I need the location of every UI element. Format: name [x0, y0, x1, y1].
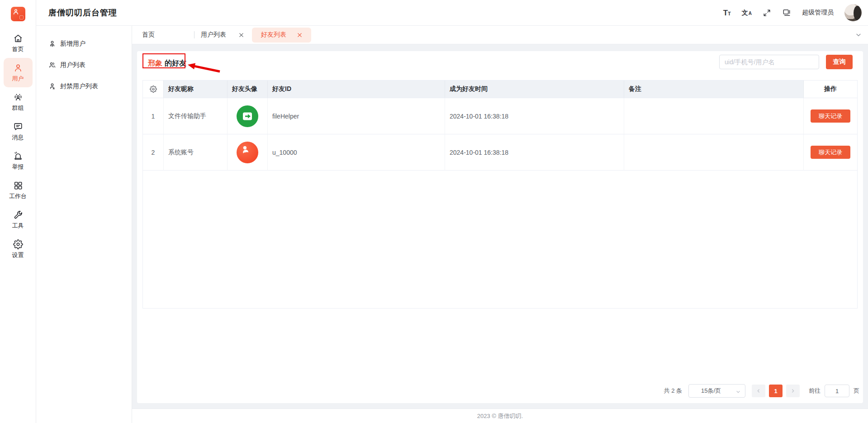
friend-id: u_10000	[268, 134, 445, 171]
layout-icon[interactable]	[782, 8, 791, 17]
search-button[interactable]: 查询	[826, 55, 853, 69]
chat-history-button[interactable]: 聊天记录	[811, 146, 850, 159]
column-header: 好友ID	[268, 81, 445, 98]
rail-item-label: 消息	[12, 133, 24, 142]
rail-item-label: 工具	[12, 222, 24, 230]
page-title: 邢象的好友	[148, 59, 186, 68]
submenu-item-label: 用户列表	[60, 61, 85, 69]
tab-home[interactable]: 首页	[142, 31, 194, 39]
rail-item-label: 首页	[12, 45, 24, 53]
friend-since-time: 2024-10-01 16:38:18	[445, 98, 624, 134]
goto-page-input[interactable]	[825, 385, 849, 397]
column-header: 备注	[624, 81, 804, 98]
submenu-item-label: 封禁用户列表	[60, 82, 98, 90]
next-page-button[interactable]	[786, 385, 800, 397]
icon-rail: 首页 用户 群组 消息 举报	[0, 0, 36, 423]
home-icon	[13, 33, 23, 43]
footer: 2023 © 唐僧叨叨.	[132, 409, 868, 423]
rail-item-tools[interactable]: 工具	[4, 205, 33, 234]
friend-list-card: 邢象的好友 查询	[137, 51, 863, 403]
user-add-icon	[48, 40, 56, 48]
submenu-item-label: 新增用户	[60, 40, 85, 48]
rail-item-home[interactable]: 首页	[4, 29, 33, 58]
rail-item-label: 用户	[12, 75, 24, 83]
column-header: 好友头像	[228, 81, 268, 98]
column-header: 成为好友时间	[445, 81, 624, 98]
friend-since-time: 2024-10-01 16:38:18	[445, 134, 624, 171]
friend-id: fileHelper	[268, 98, 445, 134]
close-icon[interactable]	[297, 33, 302, 38]
rail-item-user[interactable]: 用户	[4, 58, 33, 87]
group-icon	[13, 92, 23, 102]
message-icon	[13, 122, 23, 132]
rail-item-workbench[interactable]: 工作台	[4, 176, 33, 205]
friends-table: 好友昵称 好友头像 好友ID 成为好友时间 备注 操作 1 文件传输助手	[142, 80, 858, 309]
pagination: 共 2 条 15条/页 1	[664, 384, 859, 398]
submenu-item-add-user[interactable]: 新增用户	[36, 33, 132, 54]
column-settings-cell	[143, 81, 164, 98]
user-list-icon	[48, 61, 56, 69]
page-size-select[interactable]: 15条/页	[688, 384, 745, 398]
page-unit-label: 页	[854, 387, 859, 395]
total-count: 共 2 条	[664, 387, 682, 395]
rail-item-label: 群组	[12, 104, 24, 112]
submenu-item-banned-user-list[interactable]: 封禁用户列表	[36, 76, 132, 97]
search-input[interactable]	[719, 55, 819, 69]
topbar: 唐僧叨叨后台管理 TT 文A 超级管理员	[36, 0, 868, 26]
tab-user-list[interactable]: 用户列表	[201, 31, 244, 39]
language-icon[interactable]: 文A	[742, 10, 752, 16]
column-header: 操作	[804, 81, 857, 98]
tab-divider	[194, 31, 194, 38]
chevron-down-icon	[735, 389, 741, 394]
user-avatar[interactable]	[844, 4, 862, 21]
chat-history-button[interactable]: 聊天记录	[811, 109, 850, 123]
file-helper-avatar	[237, 105, 258, 127]
column-header: 好友昵称	[164, 81, 228, 98]
rail-item-label: 举报	[12, 163, 24, 171]
rail-item-label: 工作台	[9, 192, 27, 200]
current-user-name[interactable]: 超级管理员	[802, 9, 834, 17]
friend-nickname: 文件传输助手	[164, 98, 228, 134]
tabbar: 首页 用户列表 好友列表	[132, 26, 868, 44]
rail-item-settings[interactable]: 设置	[4, 234, 33, 264]
rail-item-label: 设置	[12, 251, 24, 259]
app-logo-icon	[11, 7, 25, 21]
font-size-icon[interactable]: TT	[723, 9, 731, 17]
prev-page-button[interactable]	[752, 385, 765, 397]
chevron-left-icon	[756, 388, 761, 394]
user-ban-icon	[48, 82, 56, 90]
system-account-avatar	[237, 142, 258, 163]
rail-item-group[interactable]: 群组	[4, 87, 33, 117]
tab-friend-list[interactable]: 好友列表	[252, 28, 311, 43]
rail-item-report[interactable]: 举报	[4, 146, 33, 176]
row-index: 2	[143, 134, 164, 171]
friend-avatar-cell	[228, 134, 268, 171]
friend-nickname: 系统账号	[164, 134, 228, 171]
app-title: 唐僧叨叨后台管理	[48, 7, 117, 18]
gear-icon[interactable]	[150, 86, 157, 93]
current-page-button[interactable]: 1	[769, 385, 783, 397]
user-icon	[13, 63, 23, 73]
close-icon[interactable]	[239, 33, 244, 38]
settings-icon	[13, 239, 23, 249]
annotation-red-arrow	[186, 60, 223, 75]
goto-label: 前往	[809, 387, 821, 395]
report-icon	[13, 151, 23, 161]
copyright-text: 2023 © 唐僧叨叨.	[477, 412, 523, 420]
tools-icon	[13, 210, 23, 220]
submenu-sidebar: 新增用户 用户列表 封禁用户列表	[36, 26, 132, 423]
submenu-item-user-list[interactable]: 用户列表	[36, 54, 132, 76]
table-row: 1 文件传输助手 fileHelper 2024-10-01 16:38:18	[143, 98, 857, 134]
chevron-right-icon	[790, 388, 796, 394]
fullscreen-icon[interactable]	[763, 9, 771, 17]
row-index: 1	[143, 98, 164, 134]
table-row: 2 系统账号 u_10000 2024-10-01 16:38:18	[143, 134, 857, 171]
rail-item-message[interactable]: 消息	[4, 117, 33, 146]
highlighted-username: 邢象	[148, 59, 162, 67]
friend-avatar-cell	[228, 98, 268, 134]
content-area: 邢象的好友 查询	[132, 44, 868, 409]
friend-remark	[624, 98, 804, 134]
chevron-down-icon[interactable]	[855, 31, 862, 38]
friend-remark	[624, 134, 804, 171]
table-header-row: 好友昵称 好友头像 好友ID 成为好友时间 备注 操作	[143, 81, 857, 98]
